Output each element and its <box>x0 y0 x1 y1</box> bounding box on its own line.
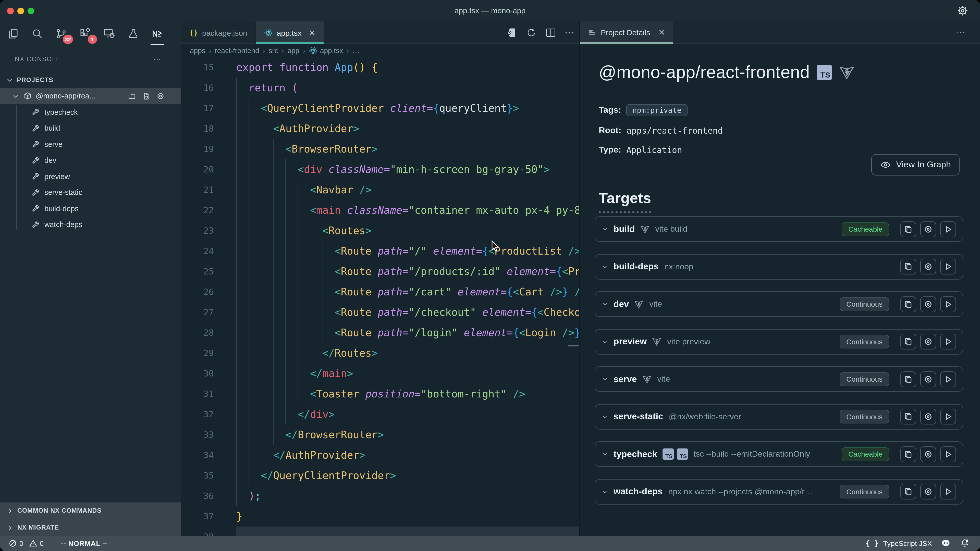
code-line[interactable]: 31 <Toaster position="bottom-right" /> <box>181 384 579 404</box>
code-line[interactable]: 15export function App() { <box>181 57 579 78</box>
close-icon[interactable]: ✕ <box>658 27 665 37</box>
code-line[interactable]: 38 <box>181 527 579 536</box>
chevron-down-icon[interactable] <box>602 264 608 270</box>
chevron-down-icon[interactable] <box>602 451 608 457</box>
target-card-dev[interactable]: devviteContinuous <box>595 291 963 317</box>
copy-task-button[interactable] <box>900 296 916 312</box>
more-icon[interactable]: ⋯ <box>565 27 574 38</box>
tree-item-project[interactable]: @mono-app/rea... <box>0 88 181 104</box>
tree-item-target-watch-deps[interactable]: watch-deps <box>0 217 181 233</box>
file-refresh-icon[interactable] <box>142 92 150 100</box>
target-card-serve[interactable]: serveviteContinuous <box>595 366 963 392</box>
run-target-button[interactable] <box>940 259 956 275</box>
activity-item-remote-explorer[interactable] <box>102 26 117 41</box>
tab-project-details[interactable]: Project Details ✕ <box>580 21 673 44</box>
sidebar-more-actions[interactable]: ⋯ <box>153 54 162 64</box>
code-line[interactable]: 25 <Route path="/products/:id" element={… <box>181 261 579 282</box>
section-common-nx-commands[interactable]: COMMON NX COMMANDS <box>0 502 181 519</box>
view-target-button[interactable] <box>920 446 936 462</box>
chevron-down-icon[interactable] <box>602 226 608 232</box>
section-nx-migrate[interactable]: NX MIGRATE <box>0 519 181 536</box>
tree-item-target-serve[interactable]: serve <box>0 136 181 152</box>
panel-more-actions[interactable]: ⋯ <box>956 27 966 37</box>
breadcrumb-item-reactfrontend[interactable]: react-frontend <box>215 46 259 55</box>
copy-task-button[interactable] <box>900 333 916 349</box>
activity-item-testing[interactable] <box>126 26 141 41</box>
folder-icon[interactable] <box>128 92 136 100</box>
activity-item-source-control[interactable]: 32 <box>54 26 69 41</box>
code-line[interactable]: 26 <Route path="/cart" element={<Cart />… <box>181 282 579 302</box>
language-mode[interactable]: { } TypeScript JSX <box>865 539 932 548</box>
open-project-details-icon[interactable] <box>506 27 517 38</box>
view-target-button[interactable] <box>920 259 936 275</box>
code-line[interactable]: 37} <box>181 506 579 527</box>
view-target-button[interactable] <box>920 484 936 499</box>
view-in-graph-button[interactable]: View In Graph <box>871 154 959 176</box>
code-line[interactable]: 16 return ( <box>181 78 579 98</box>
view-target-button[interactable] <box>920 333 936 349</box>
activity-item-explorer[interactable] <box>6 26 21 41</box>
code-line[interactable]: 22 <main className="container mx-auto px… <box>181 200 579 221</box>
target-card-build[interactable]: buildvite buildCacheable <box>595 216 963 242</box>
code-line[interactable]: 29 </Routes> <box>181 343 579 363</box>
run-target-button[interactable] <box>940 446 956 462</box>
code-line[interactable]: 20 <div className="min-h-screen bg-gray-… <box>181 159 579 179</box>
code-line[interactable]: 23 <Routes> <box>181 221 579 241</box>
view-target-button[interactable] <box>920 221 936 237</box>
copy-task-button[interactable] <box>900 259 916 275</box>
tree-item-target-dev[interactable]: dev <box>0 152 181 168</box>
code-line[interactable]: 19 <BrowserRouter> <box>181 139 579 159</box>
chevron-down-icon[interactable] <box>602 338 608 345</box>
code-line[interactable]: 32 </div> <box>181 404 579 424</box>
tab-app.tsx[interactable]: app.tsx✕ <box>256 21 325 44</box>
code-line[interactable]: 28 <Route path="/login" element={<Login … <box>181 322 579 343</box>
activity-item-search[interactable] <box>30 26 45 41</box>
target-card-watch-deps[interactable]: watch-depsnpx nx watch --projects @mono-… <box>595 479 963 504</box>
activity-item-extensions[interactable]: 1 <box>78 26 93 41</box>
code-line[interactable]: 35 </QueryClientProvider> <box>181 465 579 486</box>
chevron-down-icon[interactable] <box>602 376 608 382</box>
copilot-icon[interactable] <box>940 538 951 549</box>
tree-item-target-serve-static[interactable]: serve-static <box>0 184 181 200</box>
target-card-typecheck[interactable]: typecheckTSTStsc --build --emitDeclarati… <box>595 441 963 467</box>
target-card-preview[interactable]: previewvite previewContinuous <box>595 329 963 354</box>
split-editor-icon[interactable] <box>545 27 556 38</box>
code-editor[interactable]: 15export function App() {16 return (17 <… <box>181 57 579 536</box>
breadcrumb[interactable]: apps›react-frontend›src›app›app.tsx›… <box>181 44 579 57</box>
run-target-button[interactable] <box>940 333 956 349</box>
breadcrumb-item-[interactable]: … <box>352 46 360 55</box>
problems-indicator[interactable]: 0 0 <box>9 539 44 548</box>
code-line[interactable]: 36 ); <box>181 486 579 506</box>
code-line[interactable]: 24 <Route path="/" element={<ProductList… <box>181 241 579 261</box>
run-target-button[interactable] <box>940 371 956 387</box>
notifications-bell-icon[interactable] <box>959 538 970 548</box>
copy-task-button[interactable] <box>900 371 916 387</box>
view-target-button[interactable] <box>920 409 936 424</box>
copy-task-button[interactable] <box>900 446 916 462</box>
code-line[interactable]: 18 <AuthProvider> <box>181 118 579 139</box>
code-line[interactable]: 33 </BrowserRouter> <box>181 424 579 445</box>
code-line[interactable]: 30 </main> <box>181 363 579 384</box>
tab-package.json[interactable]: {}package.json <box>181 21 256 44</box>
view-target-button[interactable] <box>920 296 936 312</box>
projects-section-header[interactable]: PROJECTS <box>0 73 181 88</box>
chevron-down-icon[interactable] <box>602 489 608 495</box>
copy-task-button[interactable] <box>900 409 916 424</box>
settings-gear-icon[interactable] <box>956 5 969 17</box>
tree-item-target-build[interactable]: build <box>0 120 181 136</box>
code-line[interactable]: 17 <QueryClientProvider client={queryCli… <box>181 98 579 118</box>
code-line[interactable]: 27 <Route path="/checkout" element={<Che… <box>181 302 579 322</box>
close-icon[interactable]: ✕ <box>309 28 315 38</box>
tree-item-target-typecheck[interactable]: typecheck <box>0 104 181 120</box>
activity-item-nx-console[interactable] <box>150 26 165 41</box>
target-card-build-deps[interactable]: build-depsnx:noop <box>595 254 963 279</box>
breadcrumb-item-src[interactable]: src <box>269 46 278 55</box>
breadcrumb-item-app[interactable]: app <box>287 46 299 55</box>
chevron-down-icon[interactable] <box>602 413 608 420</box>
refresh-icon[interactable] <box>526 27 537 38</box>
tree-item-target-preview[interactable]: preview <box>0 168 181 184</box>
copy-task-button[interactable] <box>900 221 916 237</box>
breadcrumb-item-apps[interactable]: apps <box>190 46 205 55</box>
tree-item-target-build-deps[interactable]: build-deps <box>0 200 181 217</box>
target-card-serve-static[interactable]: serve-static@nx/web:file-serverContinuou… <box>595 404 963 429</box>
